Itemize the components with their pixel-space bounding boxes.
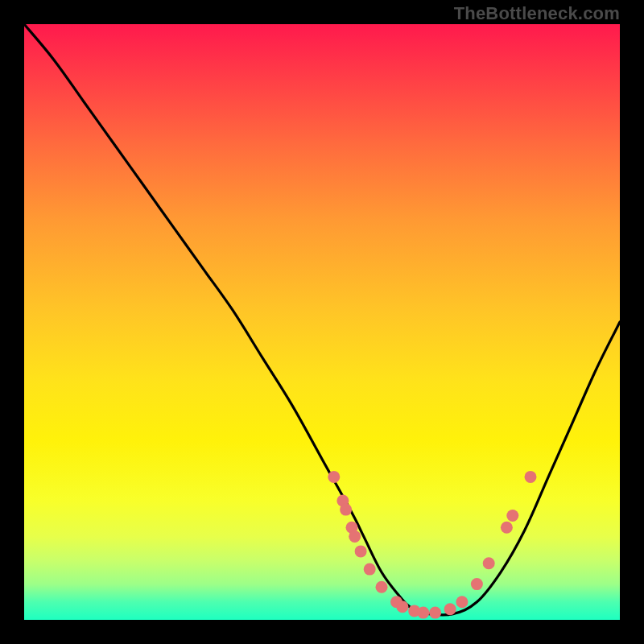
watermark-text: TheBottleneck.com — [454, 3, 620, 24]
data-point — [340, 504, 352, 516]
chart-svg — [24, 24, 620, 620]
chart-frame: TheBottleneck.com — [0, 0, 644, 644]
data-point — [417, 607, 429, 619]
data-point — [501, 522, 513, 534]
data-point — [349, 530, 361, 543]
data-point — [483, 557, 495, 569]
data-points-group — [328, 471, 536, 619]
data-point — [444, 603, 456, 615]
data-point — [525, 471, 537, 483]
data-point — [328, 471, 340, 483]
data-point — [506, 510, 518, 522]
data-point — [429, 607, 441, 619]
data-point — [396, 601, 408, 613]
bottleneck-curve — [24, 24, 620, 615]
data-point — [355, 545, 367, 557]
data-point — [364, 564, 376, 576]
data-point — [376, 581, 388, 593]
data-point — [456, 596, 468, 608]
data-point — [471, 578, 483, 590]
